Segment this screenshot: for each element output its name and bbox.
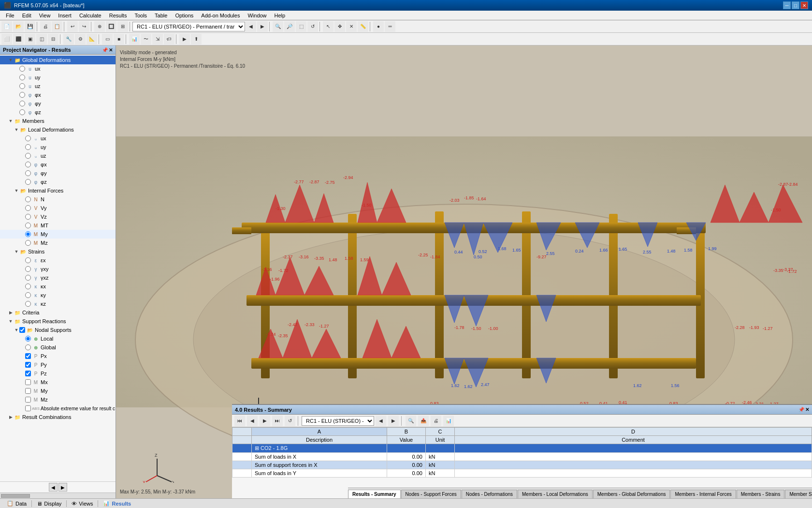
nav-left-arrow[interactable]: ◀ [49,483,58,492]
results-pin-icon[interactable]: 📌 [798,407,804,412]
tree-members[interactable]: ▼ 📁 Members [0,117,116,125]
tree-ux-local[interactable]: ᵤ ux [0,134,116,143]
tree-phix[interactable]: φ φx [0,90,116,99]
close-button[interactable]: ✕ [800,1,808,9]
tree-gxz[interactable]: γ γxz [0,273,116,282]
radio-Mz[interactable] [25,240,31,246]
col-header-B[interactable]: B [387,428,426,436]
results-close-icon[interactable]: ✕ [805,407,809,412]
save-btn[interactable]: 💾 [25,21,35,32]
col-header-D[interactable]: D [455,428,812,436]
nav-close-icon[interactable]: ✕ [109,47,113,53]
res-last-btn[interactable]: ⏭ [272,416,283,426]
tree-Vy[interactable]: V Vy [0,204,116,212]
col-header-A[interactable]: A [252,428,387,436]
snap-btn[interactable]: ⊕ [94,21,105,32]
menu-item-help[interactable]: Help [271,12,290,19]
tree-MT[interactable]: M MT [0,221,116,230]
tree-phiy-local[interactable]: φ φy [0,169,116,178]
tree-phiz[interactable]: φ φz [0,108,116,117]
res-print-btn[interactable]: 🖨 [431,416,441,426]
cb-Mz-r[interactable] [25,397,31,403]
tree-global-deformations[interactable]: ▼ 📁 Global Deformations [0,56,116,64]
radio-uz[interactable] [19,83,25,89]
radio-MT[interactable] [25,223,31,228]
new-btn[interactable]: 📄 [1,21,12,32]
tab-nodes-deformations[interactable]: Nodes - Deformations [462,490,517,498]
t2-deform[interactable]: 〜 [141,34,151,45]
menu-item-insert[interactable]: Insert [54,12,75,19]
tree-Py[interactable]: P Py [0,360,116,369]
tree-abs-extreme[interactable]: ABS Absolute extreme value for result c [0,404,116,413]
col-header-C[interactable]: C [426,428,455,436]
tree-uy-local[interactable]: ᵤ uy [0,143,116,151]
open-btn[interactable]: 📂 [13,21,24,32]
toggle-nodal-supports[interactable]: ▼ [14,327,19,333]
nav-right-arrow[interactable]: ▶ [58,483,67,492]
redo-btn[interactable]: ↪ [79,21,89,32]
radio-ex[interactable] [25,257,31,263]
res-combo-next[interactable]: ▶ [388,416,399,426]
t2-solid[interactable]: ■ [114,34,124,45]
tab-nodes-support-forces[interactable]: Nodes - Support Forces [401,490,461,498]
tab-results-summary[interactable]: Results - Summary [348,490,401,498]
print-btn[interactable]: 🖨 [40,21,51,32]
t2-btn4[interactable]: ◫ [36,34,47,45]
bottom-tab-views[interactable]: 👁 Views [67,500,98,508]
toggle-global-deformations[interactable]: ▼ [8,57,14,63]
tree-criteria[interactable]: ▶ 📁 Criteria [0,308,116,317]
tree-gxy[interactable]: γ γxy [0,265,116,273]
node-btn[interactable]: ● [373,21,384,32]
t2-labels[interactable]: 🏷 [164,34,174,45]
tree-Mz-r[interactable]: M Mz [0,395,116,404]
res-export-btn[interactable]: 📤 [418,416,429,426]
load-combo-dropdown[interactable]: RC1 - ELU (STR/GEO) - Permanent / trar [132,22,245,31]
res-filter-btn[interactable]: 🔍 [406,416,416,426]
results-table-container[interactable]: A B C D Description Value Unit Comment [232,427,812,487]
radio-global[interactable] [25,344,31,350]
t2-btn6[interactable]: 🔧 [63,34,74,45]
delete-btn[interactable]: ✕ [346,21,357,32]
res-next-btn[interactable]: ▶ [260,416,270,426]
t2-btn3[interactable]: ▣ [25,34,35,45]
rotate-btn[interactable]: ↺ [307,21,318,32]
tab-members-global-deformations[interactable]: Members - Global Deformations [593,490,670,498]
cb-Py[interactable] [25,362,31,368]
tree-ky[interactable]: κ κy [0,291,116,299]
tree-uz-local[interactable]: ᵤ uz [0,151,116,160]
radio-ux-local[interactable] [25,135,31,141]
select-btn[interactable]: ↖ [323,21,334,32]
member-btn[interactable]: ═ [385,21,395,32]
res-prev-btn[interactable]: ◀ [247,416,258,426]
menu-item-window[interactable]: Window [244,12,270,19]
nav-hscrollbar[interactable] [0,493,116,498]
radio-local[interactable] [25,336,31,342]
toggle-criteria[interactable]: ▶ [8,310,14,315]
menu-item-tools[interactable]: Tools [130,12,151,19]
nav-pin-icon[interactable]: 📌 [102,47,108,53]
cb-Pz[interactable] [25,371,31,376]
res-first-btn[interactable]: ⏮ [234,416,245,426]
menu-item-addon[interactable]: Add-on Modules [197,12,244,19]
toggle-members[interactable]: ▼ [8,118,14,124]
maximize-button[interactable]: □ [792,1,799,9]
tree-nodal-supports[interactable]: ▼ 📂 Nodal Supports [0,326,116,334]
tree-kz[interactable]: κ κz [0,299,116,308]
tree-My-r[interactable]: M My [0,387,116,395]
tree-kx[interactable]: κ κx [0,282,116,291]
nav-prev[interactable]: ◀ [246,21,256,32]
tree-Px[interactable]: P Px [0,352,116,360]
res-combo-dropdown[interactable]: RC1 - ELU (STR/GEO) - [302,416,374,426]
tree-internal-forces[interactable]: ▼ 📂 Internal Forces [0,186,116,195]
t2-btn7[interactable]: ⚙ [75,34,86,45]
menu-item-results[interactable]: Results [105,12,131,19]
radio-phiy-local[interactable] [25,170,31,176]
tree-Mx-r[interactable]: M Mx [0,378,116,387]
window-controls[interactable]: ─ □ ✕ [783,1,808,9]
toggle-support-reactions[interactable]: ▼ [8,318,14,324]
radio-phiz-local[interactable] [25,179,31,185]
tree-phix-local[interactable]: φ φx [0,160,116,169]
tree-Pz[interactable]: P Pz [0,369,116,378]
res-refresh-btn[interactable]: ↺ [285,416,295,426]
radio-uy[interactable] [19,75,25,80]
